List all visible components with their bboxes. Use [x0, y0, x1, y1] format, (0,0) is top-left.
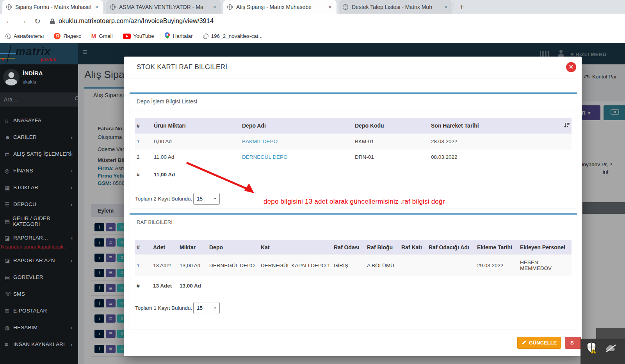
sidebar-user-company: okuklu — [23, 79, 36, 85]
modal-title: STOK KARTI RAF BİLGİLERİ — [137, 63, 227, 71]
tray-panel-top — [596, 328, 625, 339]
depo-link-bakmil[interactable]: BAKMİL DEPO — [242, 138, 278, 144]
raf-table: # Adet Miktar Depo Kat Raf Odası Raf Blo… — [135, 240, 572, 295]
chevron-left-icon: ‹ — [71, 184, 73, 191]
page-size-select[interactable]: 15 — [193, 302, 220, 314]
raf-section-title: RAF BİLGİLERİ — [137, 219, 173, 225]
depo-table-header-row: # Ürün Miktarı Depo Adı Depo Kodu Son Ha… — [135, 118, 572, 134]
divider — [124, 78, 582, 78]
sort-header[interactable] — [539, 118, 572, 134]
col-hash: # — [135, 118, 152, 134]
tasks-icon: ▤ — [5, 274, 13, 281]
sidebar-item-raporlar[interactable]: ◪ RAPORLAR… ‹ — [0, 229, 78, 246]
report-icon: ◪ — [5, 235, 13, 241]
sidebar-user-name: İNDİRA — [23, 70, 43, 76]
bookmark-aviabilety[interactable]: Авиабилеты — [5, 33, 44, 39]
stok-karti-raf-bilgileri-modal: STOK KARTI RAF BİLGİLERİ ✕ Depo İşlem Bi… — [124, 57, 582, 356]
sidebar-search — [0, 92, 78, 107]
cloud-offline-icon[interactable] — [605, 344, 617, 354]
page-size-select-wrap: 15 ⌄ — [193, 302, 220, 314]
brand-subtext: yazılım — [41, 57, 56, 62]
bookmark-label: Gmail — [99, 33, 112, 39]
delete-button-partial[interactable]: S — [565, 337, 581, 349]
sidebar-item-anasayfa[interactable]: ⌂ ANASAYFA — [0, 112, 78, 129]
tab-close-icon[interactable]: × — [212, 4, 217, 10]
warehouse-icon: ☰ — [5, 201, 13, 208]
chevron-left-icon: ‹ — [71, 167, 73, 174]
browser-tab-1[interactable]: Sipariş Formu - Matrix Muhasebe × — [2, 0, 103, 14]
divider — [130, 231, 577, 231]
url-input[interactable]: okuklu.matrixotoerp.com/azn/InvoiceBuyin… — [59, 17, 214, 25]
col-depo-adi: Depo Adı — [240, 118, 353, 134]
browser-tab-4[interactable]: Destek Talep Listesi - Matrix Muh × — [339, 0, 452, 14]
sidebar-item-gorevler[interactable]: ▤ GÖREVLER — [0, 269, 78, 286]
chevron-left-icon: ‹ — [71, 151, 73, 157]
hr-icon: ≡ — [5, 341, 13, 348]
home-icon: ⌂ — [5, 117, 13, 124]
sidebar-item-raporlar-azn[interactable]: ◪ RAPORLAR AZN ‹ — [0, 252, 78, 269]
sidebar-item-insan-kaynaklari[interactable]: ≡ İNSAN KAYNAKLARI ‹ — [0, 336, 78, 353]
logo-line — [6, 44, 12, 63]
search-input[interactable] — [0, 96, 75, 103]
sidebar-item-epostalar[interactable]: ✉ E-POSTALAR — [0, 302, 78, 319]
tab-close-icon[interactable]: × — [94, 4, 99, 10]
chevron-left-icon: ‹ — [71, 257, 73, 264]
bookmark-label: YouTube — [134, 33, 154, 39]
bookmark-haritalar[interactable]: Haritalar — [164, 32, 193, 40]
raf-bilgileri-card: RAF BİLGİLERİ # Adet Miktar Depo Kat Raf… — [130, 213, 577, 329]
divider — [130, 110, 577, 110]
browser-tab-2[interactable]: ASMA TAVAN VENTİLYATOR - Ma × — [106, 0, 221, 14]
bookmark-youtube[interactable]: YouTube — [123, 33, 154, 39]
sidebar-item-depocu[interactable]: ☰ DEPOCU ‹ — [0, 196, 78, 213]
chevron-left-icon: ‹ — [71, 234, 73, 241]
tab-title: ASMA TAVAN VENTİLYATOR - Ma — [119, 4, 208, 10]
forward-icon[interactable]: → — [20, 17, 27, 25]
globe-favicon — [6, 4, 12, 10]
annotation-arrow — [183, 159, 259, 198]
tray-panel: ! — [580, 339, 625, 364]
stock-icon: ▦ — [5, 185, 13, 191]
bookmark-gmail[interactable]: M Gmail — [91, 33, 113, 39]
sidebar-item-finans[interactable]: ◎ FİNANS ‹ — [0, 162, 78, 179]
gmail-icon: M — [91, 33, 96, 39]
col-depo-kodu: Depo Kodu — [353, 118, 429, 134]
tab-close-icon[interactable]: × — [443, 4, 448, 10]
avatar[interactable] — [3, 69, 20, 85]
back-icon[interactable]: ← — [5, 17, 13, 25]
sidebar-item-cariler[interactable]: ☻ CARİLER ‹ — [0, 129, 78, 146]
modal-close-button[interactable]: ✕ — [566, 62, 576, 72]
finance-icon: ◎ — [5, 168, 13, 174]
tab-title: Alış Siparişi - Matrix Muhasebe — [236, 4, 324, 10]
raf-table-header-row: # Adet Miktar Depo Kat Raf Odası Raf Blo… — [135, 240, 572, 255]
exchange-icon: ⇄ — [5, 151, 13, 157]
new-tab-button[interactable]: + — [457, 2, 467, 12]
chevron-left-icon: ‹ — [71, 134, 73, 140]
sidebar-item-sms[interactable]: ☏ SMS — [0, 286, 78, 302]
sort-amount-icon[interactable] — [563, 122, 570, 130]
bookmark-label: Haritalar — [173, 33, 193, 39]
shield-warning-icon[interactable]: ! — [586, 342, 597, 356]
sidebar-item-stoklar[interactable]: ▦ STOKLAR ‹ — [0, 179, 78, 196]
svg-text:!: ! — [593, 350, 594, 353]
url-bar: ← → ↻ okuklu.matrixotoerp.com/azn/Invoic… — [0, 14, 625, 29]
sidebar-item-hesabim[interactable]: ◍ HESABIM ‹ — [0, 319, 78, 336]
bookmarks-bar: Авиабилеты Я Яндекс M Gmail YouTube Hari… — [0, 29, 625, 43]
globe-favicon — [110, 4, 116, 10]
account-icon: ◍ — [5, 325, 13, 331]
sms-icon: ☏ — [5, 291, 13, 297]
bookmark-yandex[interactable]: Я Яндекс — [54, 33, 81, 39]
sidebar-nav: ⌂ ANASAYFA ☻ CARİLER ‹ ⇄ ALIŞ SATIŞ İŞLE… — [0, 112, 78, 353]
globe-icon — [203, 34, 208, 39]
bookmark-novalties[interactable]: 196_2_novalties-cat... — [203, 33, 263, 39]
app-logo[interactable]: matrix yazılım — [0, 43, 78, 64]
sidebar-item-alis-satis[interactable]: ⇄ ALIŞ SATIŞ İŞLEMLERİ ‹ — [0, 146, 78, 162]
tab-close-icon[interactable]: × — [328, 4, 333, 10]
reload-icon[interactable]: ↻ — [34, 17, 41, 26]
lock-icon — [50, 18, 55, 26]
browser-tab-3-active[interactable]: Alış Siparişi - Matrix Muhasebe × — [223, 0, 337, 14]
guncelle-button[interactable]: GÜNCELLE — [517, 337, 561, 349]
sidebar-item-gelir-gider[interactable]: ▤ GELİR / GİDER KATEGORİ — [0, 213, 78, 229]
chevron-left-icon: ‹ — [71, 341, 73, 348]
tab-separator — [105, 3, 105, 11]
table-footer-row: # 13 Adet 13,00 Ad — [135, 276, 572, 296]
